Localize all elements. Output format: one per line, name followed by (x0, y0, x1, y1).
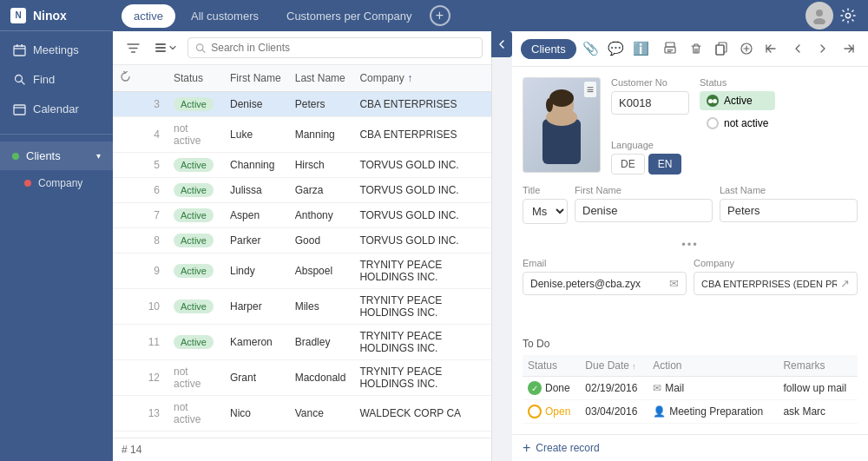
detail-tab-attach[interactable]: 📎 (580, 36, 602, 61)
todo-col-action: Action (648, 355, 778, 377)
status-not-active-option[interactable]: not active (700, 114, 775, 133)
col-last-name: Last Name (288, 65, 353, 92)
row-first: Kameron (223, 325, 288, 360)
customer-no-input[interactable] (611, 91, 689, 115)
svg-rect-2 (21, 44, 23, 47)
status-active-label: Active (724, 95, 753, 107)
customer-image: ≡ (523, 77, 601, 173)
row-num: 4 (141, 117, 167, 153)
detail-tab-clients[interactable]: Clients (521, 39, 576, 59)
company-input[interactable] (701, 279, 837, 289)
col-refresh[interactable] (113, 65, 141, 92)
row-status: Active (167, 228, 223, 254)
table-row[interactable]: 4not activeLukeManningCBA ENTERPRISES (113, 117, 491, 153)
row-company: TORVUS GOLD INC. (352, 203, 491, 228)
table-row[interactable]: 11ActiveKameronBradleyTRYNITY PEACE HOLD… (113, 325, 491, 360)
row-num: 14 (141, 431, 167, 438)
status-not-active-radio[interactable] (707, 117, 719, 129)
row-company: TRYNITY PEACE HOLDINGS INC. (352, 325, 491, 360)
lang-en-button[interactable]: EN (648, 154, 682, 175)
row-num: 10 (141, 289, 167, 325)
panel-collapse-button[interactable] (491, 31, 512, 57)
row-num: 9 (141, 254, 167, 289)
create-record-button[interactable]: + Create record (512, 434, 868, 461)
sidebar-item-clients[interactable]: Clients ▾ (0, 142, 113, 170)
more-fields-button[interactable]: ••• (523, 234, 858, 254)
table-row[interactable]: 9ActiveLindyAbspoelTRYNITY PEACE HOLDING… (113, 254, 491, 289)
nav-first-icon[interactable] (761, 36, 783, 61)
filter-button[interactable] (122, 36, 144, 59)
add-tab-button[interactable]: + (430, 5, 450, 26)
search-input[interactable] (211, 42, 475, 54)
table-row[interactable]: 10ActiveHarperMilesTRYNITY PEACE HOLDING… (113, 289, 491, 325)
detail-tab-info[interactable]: ℹ️ (630, 36, 652, 61)
print-icon[interactable] (660, 36, 681, 61)
customer-no-group: Customer No (611, 77, 689, 133)
table-row[interactable]: 7ActiveAspenAnthonyTORVUS GOLD INC. (113, 203, 491, 228)
email-icon[interactable]: ✉ (669, 277, 679, 290)
tab-active[interactable]: active (122, 4, 175, 28)
row-status: Active (167, 254, 223, 289)
title-select[interactable]: Ms Mr Dr (523, 199, 568, 224)
todo-row[interactable]: ✓Done02/19/2016✉Mailfollow up mail (523, 377, 858, 400)
table-row[interactable]: 13not activeNicoVanceWALDECK CORP CA (113, 396, 491, 431)
tab-customers-per-company[interactable]: Customers per Company (274, 4, 424, 28)
image-menu-icon[interactable]: ≡ (584, 82, 596, 97)
svg-point-3 (15, 75, 22, 82)
copy-icon[interactable] (710, 36, 732, 61)
email-company-row: Email ✉ Company ↗ (523, 258, 858, 295)
nav-prev-icon[interactable] (786, 36, 808, 61)
tab-all-customers[interactable]: All customers (179, 4, 271, 28)
create-record-plus-icon: + (523, 440, 530, 456)
row-first: Michael (223, 431, 288, 438)
col-first-name: First Name (223, 65, 288, 92)
lang-de-button[interactable]: DE (611, 154, 645, 175)
sidebar-item-meetings[interactable]: Meetings (0, 35, 113, 64)
table-row[interactable]: 6ActiveJulissaGarzaTORVUS GOLD INC. (113, 178, 491, 203)
svg-point-11 (196, 43, 203, 50)
table-row[interactable]: 5ActiveChanningHirschTORVUS GOLD INC. (113, 153, 491, 178)
row-first: Grant (223, 360, 288, 396)
row-company: WALDECK CORP CA (352, 396, 491, 431)
col-company: Company ↑ (352, 65, 491, 92)
col-num (141, 65, 167, 92)
meetings-icon (12, 43, 26, 56)
row-last: Roach (288, 431, 353, 438)
user-avatar[interactable] (806, 2, 833, 30)
delete-icon[interactable] (685, 36, 707, 61)
table-row[interactable]: 3ActiveDenisePetersCBA ENTERPRISES (113, 92, 491, 117)
table-row[interactable]: 12not activeGrantMacdonaldTRYNITY PEACE … (113, 360, 491, 396)
email-input[interactable] (530, 278, 666, 290)
table-row[interactable]: 14not activeMichaelRoachWALDECK CORP CA (113, 431, 491, 438)
detail-tab-chat[interactable]: 💬 (605, 36, 627, 61)
last-name-input[interactable] (720, 199, 858, 222)
status-active-radio[interactable] (707, 95, 719, 107)
todo-col-due-date[interactable]: Due Date ↑ (580, 355, 648, 377)
first-name-input[interactable] (575, 199, 713, 222)
search-box[interactable] (187, 37, 483, 58)
row-num: 12 (141, 360, 167, 396)
sidebar-item-find[interactable]: Find (0, 64, 113, 94)
nav-last-icon[interactable] (838, 36, 859, 61)
table-row[interactable]: 8ActiveParkerGoodTORVUS GOLD INC. (113, 228, 491, 254)
add-icon[interactable] (736, 36, 758, 61)
todo-row[interactable]: Open03/04/2016👤Meeting Preparationask Ma… (523, 400, 858, 424)
company-dot (24, 180, 31, 187)
status-label: Status (700, 77, 775, 88)
status-active-option[interactable]: Active (700, 91, 775, 110)
title-group: Title Ms Mr Dr (523, 185, 568, 224)
sidebar-find-label: Find (33, 73, 55, 86)
sort-company-icon: ↑ (407, 72, 412, 84)
sidebar-item-company[interactable]: Company (0, 170, 113, 196)
row-status: not active (167, 117, 223, 153)
settings-dropdown-button[interactable] (149, 39, 182, 56)
settings-icon[interactable] (837, 4, 859, 27)
nav-next-icon[interactable] (812, 36, 833, 61)
row-num: 7 (141, 203, 167, 228)
sidebar-item-calendar[interactable]: Calendar (0, 94, 113, 123)
row-company: WALDECK CORP CA (352, 431, 491, 438)
svg-rect-10 (155, 50, 166, 52)
row-company: TRYNITY PEACE HOLDINGS INC. (352, 254, 491, 289)
todo-row-date: 03/04/2016 (580, 400, 648, 424)
company-link-icon[interactable]: ↗ (840, 277, 850, 290)
